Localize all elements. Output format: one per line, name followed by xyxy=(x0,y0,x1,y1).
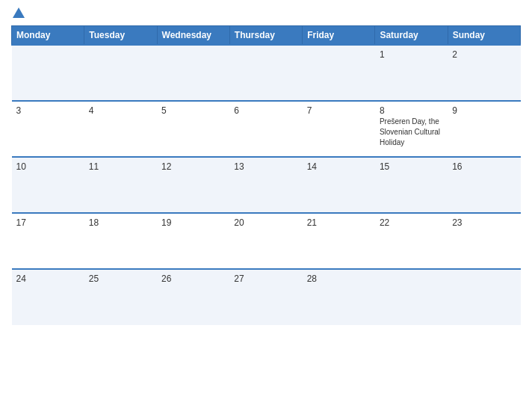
calendar-day-cell: 20 xyxy=(229,213,302,269)
calendar-day-cell: 26 xyxy=(157,269,229,325)
calendar-day-cell: 11 xyxy=(84,157,157,213)
calendar-day-cell: 14 xyxy=(303,157,375,213)
day-of-week-header: Thursday xyxy=(229,26,302,46)
day-number: 3 xyxy=(16,105,80,116)
day-number: 19 xyxy=(161,217,225,228)
day-number: 24 xyxy=(16,274,80,284)
day-number: 11 xyxy=(89,161,152,172)
day-number: 14 xyxy=(307,161,371,172)
day-number: 10 xyxy=(16,161,80,172)
calendar-day-cell: 3 xyxy=(12,101,84,157)
calendar-day-cell: 19 xyxy=(157,213,229,269)
day-number: 17 xyxy=(16,217,80,228)
day-of-week-header: Friday xyxy=(303,26,375,46)
calendar-day-cell: 4 xyxy=(84,101,157,157)
calendar-day-cell: 15 xyxy=(375,157,448,213)
calendar-header xyxy=(11,7,521,19)
day-number: 16 xyxy=(452,161,516,172)
day-of-week-header: Tuesday xyxy=(84,26,157,46)
day-number: 6 xyxy=(234,105,297,116)
calendar-week-row: 10111213141516 xyxy=(12,157,521,213)
day-number: 7 xyxy=(307,105,371,116)
day-of-week-header: Sunday xyxy=(448,26,520,46)
day-number: 13 xyxy=(234,161,297,172)
calendar-day-cell: 2 xyxy=(448,45,520,101)
calendar-day-cell: 25 xyxy=(84,269,157,325)
calendar-day-cell: 8Prešeren Day, the Slovenian Cultural Ho… xyxy=(375,101,448,157)
calendar-day-cell xyxy=(303,45,375,101)
day-of-week-header: Monday xyxy=(12,26,84,46)
calendar-day-cell xyxy=(84,45,157,101)
calendar-day-cell: 1 xyxy=(375,45,448,101)
day-number: 12 xyxy=(161,161,225,172)
calendar-page: MondayTuesdayWednesdayThursdayFridaySatu… xyxy=(0,0,532,411)
day-number: 28 xyxy=(307,274,371,284)
calendar-day-cell: 21 xyxy=(303,213,375,269)
logo xyxy=(11,7,25,19)
calendar-day-cell xyxy=(229,45,302,101)
calendar-header-row: MondayTuesdayWednesdayThursdayFridaySatu… xyxy=(12,26,521,46)
calendar-day-cell xyxy=(12,45,84,101)
calendar-day-cell: 27 xyxy=(229,269,302,325)
calendar-day-cell: 23 xyxy=(448,213,520,269)
day-number: 8 xyxy=(380,105,443,116)
day-number: 22 xyxy=(380,217,443,228)
calendar-day-cell: 16 xyxy=(448,157,520,213)
calendar-week-row: 17181920212223 xyxy=(12,213,521,269)
calendar-day-cell xyxy=(448,269,520,325)
day-of-week-header: Wednesday xyxy=(157,26,229,46)
calendar-day-cell: 24 xyxy=(12,269,84,325)
calendar-day-cell: 5 xyxy=(157,101,229,157)
day-number: 2 xyxy=(452,49,516,60)
day-number: 1 xyxy=(380,49,443,60)
calendar-day-cell: 18 xyxy=(84,213,157,269)
calendar-week-row: 12 xyxy=(12,45,521,101)
day-number: 23 xyxy=(452,217,516,228)
day-number: 25 xyxy=(89,274,152,284)
day-number: 4 xyxy=(89,105,152,116)
day-number: 18 xyxy=(89,217,152,228)
calendar-day-cell xyxy=(157,45,229,101)
day-number: 26 xyxy=(161,274,225,284)
day-number: 15 xyxy=(380,161,443,172)
day-event: Prešeren Day, the Slovenian Cultural Hol… xyxy=(380,117,440,146)
calendar-day-cell: 12 xyxy=(157,157,229,213)
calendar-day-cell: 9 xyxy=(448,101,520,157)
calendar-day-cell: 28 xyxy=(303,269,375,325)
logo-triangle-icon xyxy=(13,7,25,18)
day-of-week-header: Saturday xyxy=(375,26,448,46)
day-number: 5 xyxy=(161,105,225,116)
day-number: 9 xyxy=(452,105,516,116)
calendar-day-cell: 6 xyxy=(229,101,302,157)
calendar-day-cell: 17 xyxy=(12,213,84,269)
day-number: 21 xyxy=(307,217,371,228)
calendar-table: MondayTuesdayWednesdayThursdayFridaySatu… xyxy=(11,25,521,325)
calendar-day-cell: 13 xyxy=(229,157,302,213)
calendar-day-cell: 22 xyxy=(375,213,448,269)
calendar-day-cell xyxy=(375,269,448,325)
calendar-day-cell: 7 xyxy=(303,101,375,157)
calendar-day-cell: 10 xyxy=(12,157,84,213)
day-number: 20 xyxy=(234,217,297,228)
day-number: 27 xyxy=(234,274,297,284)
calendar-week-row: 345678Prešeren Day, the Slovenian Cultur… xyxy=(12,101,521,157)
calendar-week-row: 2425262728 xyxy=(12,269,521,325)
